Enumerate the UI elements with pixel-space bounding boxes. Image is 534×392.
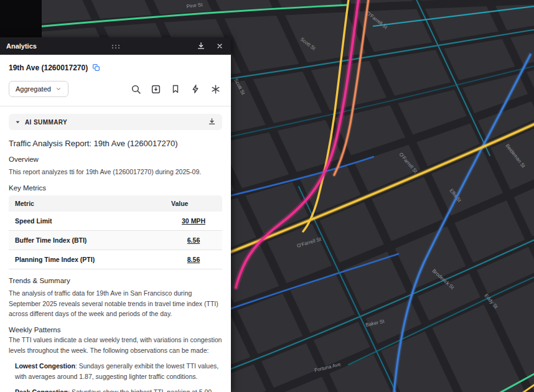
weekly-patterns-text: The TTI values indicate a clear weekly t… bbox=[9, 335, 222, 356]
bullet-lead: Lowest Congestion bbox=[15, 362, 75, 370]
top-left-panel-corner bbox=[0, 0, 42, 37]
metrics-table: Metric Value Speed Limit 30 MPH Buffer T… bbox=[9, 195, 222, 269]
copy-segment-id-button[interactable] bbox=[91, 63, 100, 72]
lightning-icon bbox=[190, 84, 200, 94]
download-panel-button[interactable] bbox=[196, 41, 206, 51]
panel-header: Analytics bbox=[0, 37, 231, 55]
metric-name: Buffer Time Index (BTI) bbox=[9, 230, 165, 250]
quick-actions-button[interactable] bbox=[189, 82, 202, 96]
metric-value-link[interactable]: 6.56 bbox=[187, 236, 200, 244]
observations-list: Lowest Congestion: Sundays generally exh… bbox=[11, 361, 222, 392]
list-item: Peak Congestion: Saturdays show the high… bbox=[15, 387, 222, 392]
download-icon bbox=[208, 118, 216, 126]
bookmark-icon bbox=[171, 84, 180, 94]
metrics-header-value: Value bbox=[165, 195, 222, 212]
metric-name: Planning Time Index (PTI) bbox=[9, 250, 165, 269]
table-row: Speed Limit 30 MPH bbox=[9, 212, 222, 231]
weekly-patterns-heading: Weekly Patterns bbox=[9, 326, 222, 334]
panel-toolbar: Aggregated bbox=[9, 81, 222, 97]
toolbar-icons bbox=[129, 82, 222, 96]
ai-summary-toggle[interactable]: AI SUMMARY bbox=[9, 114, 222, 130]
trends-heading: Trends & Summary bbox=[9, 277, 222, 284]
copy-icon bbox=[92, 63, 100, 72]
search-button[interactable] bbox=[129, 82, 143, 96]
divider bbox=[0, 106, 231, 106]
segment-header: 19th Ave (1260017270) bbox=[9, 63, 222, 72]
analytics-panel: Analytics 19th Ave (1 bbox=[0, 37, 231, 392]
key-metrics-heading: Key Metrics bbox=[9, 184, 222, 192]
metric-value-link[interactable]: 8.56 bbox=[187, 256, 200, 263]
ai-summary-download-button[interactable] bbox=[207, 118, 216, 126]
caret-down-icon bbox=[15, 119, 21, 125]
report-title: Traffic Analysis Report: 19th Ave (12600… bbox=[9, 139, 222, 148]
save-button[interactable] bbox=[149, 82, 162, 96]
metric-name: Speed Limit bbox=[9, 212, 165, 231]
panel-title: Analytics bbox=[6, 42, 37, 50]
trends-text: The analysis of traffic data for 19th Av… bbox=[9, 288, 222, 319]
ai-summary-title: AI SUMMARY bbox=[25, 119, 203, 126]
table-row: Planning Time Index (PTI) 8.56 bbox=[9, 250, 222, 269]
segment-name: 19th Ave (1260017270) bbox=[9, 63, 88, 72]
aggregation-value: Aggregated bbox=[16, 85, 51, 93]
list-item: Lowest Congestion: Sundays generally exh… bbox=[15, 361, 222, 382]
chevron-down-icon bbox=[55, 86, 62, 92]
panel-body: 19th Ave (1260017270) Aggregated bbox=[0, 55, 231, 392]
openai-icon bbox=[210, 84, 221, 95]
bullet-lead: Peak Congestion bbox=[15, 388, 68, 392]
aggregation-dropdown[interactable]: Aggregated bbox=[9, 81, 68, 97]
metric-value-link[interactable]: 30 MPH bbox=[182, 217, 205, 225]
app-window: Pine St O'Farrell St Scott St Scott St O… bbox=[0, 0, 534, 392]
metrics-table-header-row: Metric Value bbox=[9, 195, 222, 212]
overview-heading: Overview bbox=[9, 156, 222, 163]
download-icon bbox=[197, 42, 205, 50]
metrics-header-metric: Metric bbox=[9, 195, 165, 212]
bookmark-button[interactable] bbox=[169, 82, 182, 96]
close-icon bbox=[216, 42, 223, 50]
table-row: Buffer Time Index (BTI) 6.56 bbox=[9, 230, 222, 250]
overview-text: This report analyzes tti for 19th Ave (1… bbox=[9, 167, 222, 177]
drag-handle-icon[interactable] bbox=[111, 40, 120, 52]
ai-assistant-button[interactable] bbox=[208, 82, 222, 96]
bullet-text: : Saturdays show the highest TTI, peakin… bbox=[68, 388, 212, 392]
save-icon bbox=[151, 84, 161, 95]
search-icon bbox=[131, 84, 141, 95]
close-panel-button[interactable] bbox=[215, 41, 225, 51]
